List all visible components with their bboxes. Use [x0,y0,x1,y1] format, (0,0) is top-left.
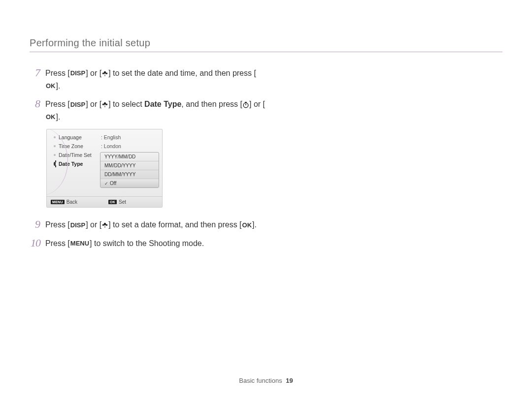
date-type-bold: Date Type [144,100,181,108]
ok-label: OK [45,112,56,123]
step-9: 9 Press [DISP] or [] to set a date forma… [30,218,266,231]
page-footer: Basic functions 19 [0,377,532,384]
disp-label: DISP [70,100,86,110]
step-8: 8 Press [DISP] or [] to select Date Type… [30,98,266,123]
step-text: Press [MENU] to switch to the Shooting m… [45,237,204,250]
ok-label: OK [242,220,253,231]
disp-label: DISP [70,220,86,231]
ok-tag: OK [108,200,117,204]
step-text: Press [DISP] or [] to select Date Type, … [45,98,266,123]
step-number: 7 [30,67,40,79]
value-column: : English : London YYYY/MM/DD MM/DD/YYYY… [98,133,159,193]
step-text: Press [DISP] or [] to set the date and t… [45,67,266,92]
screenshot-footer: MENU Back OK Set [47,196,162,207]
camera-menu-screenshot: Language Time Zone Date/Time Set Date Ty… [46,129,163,208]
macro-icon [101,222,108,229]
step-10: 10 Press [MENU] to switch to the Shootin… [30,237,266,250]
option-mmddyyyy: MM/DD/YYYY [100,161,159,170]
step-7: 7 Press [DISP] or [] to set the date and… [30,67,266,92]
footer-set: OK Set [104,197,162,207]
value-language: : English [100,134,159,140]
page-title: Performing the initial setup [30,37,502,52]
menu-label: MENU [70,239,90,249]
timer-icon [242,101,249,108]
step-text: Press [DISP] or [] to set a date format,… [45,218,257,231]
date-type-dropdown: YYYY/MM/DD MM/DD/YYYY DD/MM/YYYY Off [100,152,159,188]
option-ddmmyyyy: DD/MM/YYYY [100,170,159,179]
menu-tag: MENU [51,200,65,204]
macro-icon [101,70,108,77]
gear-icon [54,162,56,166]
ok-label: OK [45,81,56,92]
disp-label: DISP [70,68,86,79]
macro-icon [101,101,108,108]
step-number: 8 [30,98,40,110]
step-number: 9 [30,218,40,230]
option-off: Off [100,179,159,187]
step-number: 10 [30,237,40,249]
page-number: 19 [286,377,293,384]
value-timezone: : London [100,143,159,149]
option-yyyymmdd: YYYY/MM/DD [100,153,159,161]
footer-back: MENU Back [47,197,104,207]
